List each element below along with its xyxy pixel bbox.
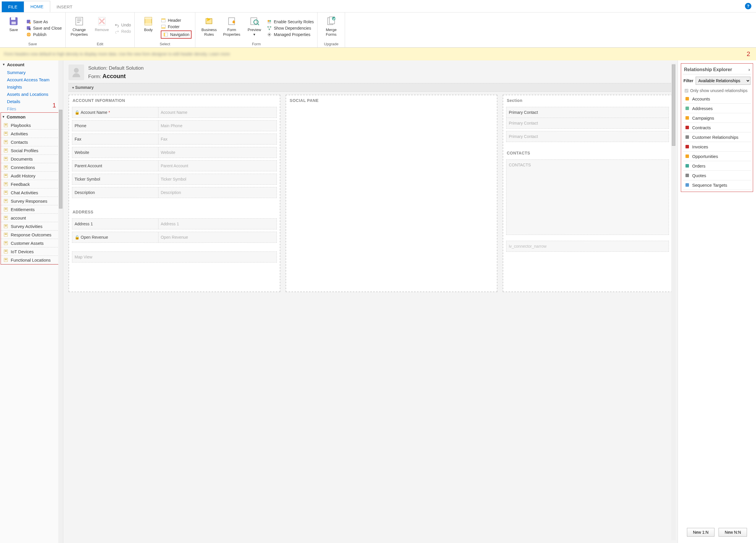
common-item[interactable]: Activities [1, 129, 62, 138]
left-scrollbar[interactable] [58, 60, 63, 543]
save-button[interactable]: Save [3, 15, 24, 41]
common-item[interactable]: Feedback [1, 180, 62, 188]
common-header[interactable]: Common [1, 113, 62, 121]
remove-button[interactable]: Remove [92, 15, 112, 41]
new-nn-button[interactable]: New N:N [719, 528, 747, 537]
tree-item[interactable]: Assets and Locations [0, 91, 63, 98]
column-2[interactable]: SOCIAL PANE [286, 95, 497, 292]
svg-rect-91 [685, 135, 689, 139]
footer-button[interactable]: Footer [161, 24, 192, 29]
column-3[interactable]: Section Primary Contact Primary Contact … [503, 95, 672, 292]
field-primary-contact-2[interactable]: Primary Contact [506, 131, 669, 142]
common-item[interactable]: Entitlements [1, 205, 62, 214]
new-1n-button[interactable]: New 1:N [687, 528, 715, 537]
deps-icon [267, 26, 272, 31]
relationship-item[interactable]: Sequence Targets [683, 180, 751, 190]
common-item[interactable]: Customer Assets [1, 239, 62, 247]
filter-select[interactable]: Available Relationships [696, 77, 750, 85]
relationship-item[interactable]: Addresses [683, 104, 751, 113]
svg-rect-82 [5, 251, 7, 252]
group-upgrade-label: Upgrade [321, 41, 341, 46]
body-button[interactable]: Body [138, 15, 158, 41]
preview-button[interactable]: Preview▾ [244, 15, 264, 41]
svg-rect-63 [5, 200, 7, 200]
merge-forms-button[interactable]: Merge Forms [321, 15, 341, 41]
column-1[interactable]: ACCOUNT INFORMATION 🔒Account Name *Accou… [68, 95, 280, 292]
managed-props-button[interactable]: Managed Properties [267, 32, 314, 37]
business-rules-button[interactable]: Business Rules [199, 15, 219, 41]
common-item[interactable]: Survey Responses [1, 197, 62, 205]
common-item[interactable]: Contacts [1, 138, 62, 146]
ribbon: Save Save As Save and Close Publish Save… [0, 12, 756, 48]
publish-button[interactable]: Publish [26, 32, 62, 37]
common-item[interactable]: Social Profiles [1, 146, 62, 155]
relationship-item[interactable]: Contracts [683, 123, 751, 132]
bizrules-icon [204, 16, 214, 26]
field-primary-contact[interactable]: Primary Contact Primary Contact [506, 107, 669, 129]
map-view-section[interactable]: Map View [72, 251, 277, 262]
section-contacts: CONTACTS [503, 148, 672, 157]
tree-account-header[interactable]: Account [0, 60, 63, 69]
form-field[interactable]: Parent AccountParent Account [72, 160, 277, 171]
tree-item[interactable]: Summary [0, 69, 63, 76]
svg-rect-92 [685, 145, 689, 148]
common-item[interactable]: Connections [1, 163, 62, 172]
common-item[interactable]: Documents [1, 155, 62, 163]
solution-title: Solution: Default Solution [88, 65, 144, 71]
form-canvas: Solution: Default Solution Form: Account… [63, 60, 678, 543]
show-deps-button[interactable]: Show Dependencies [267, 26, 314, 31]
navigation-button[interactable]: Navigation [161, 30, 192, 39]
center-scrollbar[interactable] [671, 63, 676, 540]
group-form-label: Form [199, 41, 314, 46]
form-field[interactable]: WebsiteWebsite [72, 147, 277, 158]
common-item[interactable]: IoT Devices [1, 247, 62, 256]
common-item[interactable]: Survey Activities [1, 222, 62, 230]
summary-tab[interactable]: Summary [68, 83, 672, 92]
redo-button[interactable]: Redo [114, 29, 131, 34]
tree-item[interactable]: Account Access Team [0, 76, 63, 83]
relationship-item[interactable]: Invoices [683, 142, 751, 151]
common-item[interactable]: Functional Locations [1, 256, 62, 264]
main-area: Account Summary Account Access Team Insi… [0, 60, 756, 543]
change-properties-button[interactable]: Change Properties [69, 15, 89, 41]
help-icon[interactable]: ? [745, 3, 751, 9]
form-field[interactable]: DescriptionDescription [72, 187, 277, 198]
form-field[interactable]: PhoneMain Phone [72, 120, 277, 131]
common-item[interactable]: Chat Activities [1, 188, 62, 197]
form-field[interactable]: FaxFax [72, 133, 277, 145]
header-button[interactable]: Header [161, 18, 192, 23]
enable-security-button[interactable]: Enable Security Roles [267, 19, 314, 24]
tree-item[interactable]: Insights [0, 83, 63, 91]
common-item[interactable]: account [1, 214, 62, 222]
svg-rect-81 [5, 250, 7, 251]
undo-button[interactable]: Undo [114, 22, 131, 28]
iv-connector[interactable]: iv_connector_narrow [506, 241, 669, 252]
unused-checkbox[interactable] [685, 89, 688, 93]
tab-file[interactable]: FILE [2, 1, 24, 12]
contacts-grid[interactable]: CONTACTS [506, 159, 669, 235]
common-item[interactable]: Playbooks [1, 121, 62, 129]
common-item[interactable]: Audit History [1, 172, 62, 180]
form-field[interactable]: 🔒Open RevenueOpen Revenue [72, 232, 277, 243]
tab-insert[interactable]: INSERT [50, 1, 79, 12]
form-field[interactable]: Ticker SymbolTicker Symbol [72, 174, 277, 185]
common-item[interactable]: Response Outcomes [1, 230, 62, 239]
form-field[interactable]: 🔒Account Name *Account Name [72, 107, 277, 118]
svg-point-86 [74, 68, 79, 73]
relationship-item[interactable]: Orders [683, 161, 751, 171]
save-close-button[interactable]: Save and Close [26, 26, 62, 31]
save-as-button[interactable]: Save As [26, 19, 62, 24]
rel-explorer-header[interactable]: Relationship Explorer › [683, 65, 751, 74]
svg-rect-79 [5, 243, 7, 243]
relationship-item[interactable]: Accounts [683, 94, 751, 104]
relationship-item[interactable]: Campaigns [683, 113, 751, 123]
svg-rect-61 [5, 192, 7, 193]
svg-rect-8 [77, 20, 81, 21]
form-field[interactable]: Address 1Address 1 [72, 218, 277, 229]
relationship-item[interactable]: Customer Relationships [683, 132, 751, 142]
form-properties-button[interactable]: Form Properties [221, 15, 242, 41]
relationship-item[interactable]: Opportunities [683, 151, 751, 161]
saveas-icon [26, 19, 31, 24]
relationship-item[interactable]: Quotes [683, 171, 751, 180]
tab-home[interactable]: HOME [24, 1, 50, 12]
